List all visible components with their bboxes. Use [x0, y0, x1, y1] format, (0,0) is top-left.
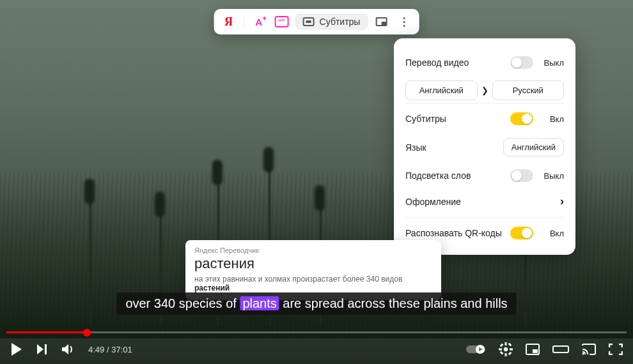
autoplay-toggle[interactable] [465, 344, 486, 355]
svg-rect-12 [500, 344, 504, 347]
volume-button[interactable] [61, 343, 75, 356]
row-language: Язык Английский [405, 132, 564, 163]
translate-text-icon[interactable]: A✦ [249, 13, 269, 31]
pip-button[interactable] [371, 13, 391, 31]
svg-rect-11 [510, 349, 513, 351]
row-subtitles: Субтитры Вкл [405, 103, 564, 132]
language-pair: Английский ❯ Русский [405, 80, 564, 100]
pip-icon [375, 17, 387, 26]
settings-panel: Перевод видео Выкл Английский ❯ Русский … [394, 38, 575, 255]
state-video-translation: Выкл [540, 58, 564, 68]
browser-toolbar: Я A✦ “” Субтитры [214, 9, 419, 34]
decor-head [212, 160, 223, 185]
time-display: 4:49 / 37:01 [88, 345, 132, 354]
popup-brand: Яндекс Переводчик [194, 246, 432, 254]
decor-head [263, 147, 274, 172]
svg-marker-3 [62, 344, 68, 354]
label-language: Язык [405, 142, 426, 153]
cc-icon [303, 17, 315, 26]
popup-word: растения [194, 255, 432, 272]
svg-rect-10 [499, 349, 502, 351]
row-word-highlight: Подсветка слов Выкл [405, 163, 564, 188]
player-controls: 4:49 / 37:01 [0, 335, 633, 364]
label-appearance: Оформление [405, 197, 461, 207]
translation-popup: Яндекс Переводчик растения на этих равни… [185, 240, 441, 300]
video-subtitle: over 340 species of plants are spread ac… [116, 292, 516, 315]
yandex-logo-icon[interactable]: Я [219, 13, 238, 31]
svg-point-19 [582, 353, 584, 355]
next-button[interactable] [36, 343, 49, 356]
progress-bar[interactable] [6, 331, 627, 333]
settings-button[interactable] [499, 342, 513, 356]
lang-from-button[interactable]: Английский [405, 80, 478, 100]
subtitles-button[interactable]: Субтитры [295, 13, 368, 30]
label-video-translation: Перевод видео [405, 57, 469, 68]
state-word-highlight: Выкл [540, 171, 564, 181]
chevron-right-icon: › [560, 195, 564, 208]
decor-stalk [90, 192, 91, 326]
svg-rect-17 [533, 349, 538, 353]
popup-sentence-pre: на этих равнинах и холмах произрастает б… [194, 275, 402, 284]
svg-point-7 [504, 347, 508, 351]
subtitle-pre: over 340 species of [125, 296, 240, 310]
svg-rect-8 [505, 342, 507, 345]
language-select[interactable]: Английский [503, 138, 564, 156]
state-qr: Вкл [540, 229, 564, 238]
theater-button[interactable] [552, 344, 569, 355]
toggle-qr[interactable] [510, 227, 533, 239]
chevron-right-icon: ❯ [481, 86, 488, 95]
divider [244, 15, 244, 29]
popup-sentence-bold: растений [194, 284, 230, 292]
svg-rect-13 [508, 352, 512, 356]
svg-rect-2 [45, 344, 47, 354]
translate-quote-icon[interactable]: “” [272, 13, 292, 31]
cast-button[interactable] [582, 344, 596, 355]
progress-played [6, 331, 87, 333]
time-current: 4:49 [88, 345, 104, 354]
row-video-translation: Перевод видео Выкл [405, 50, 564, 75]
decor-head [84, 179, 95, 204]
more-vertical-icon [398, 17, 410, 27]
toggle-subtitles[interactable] [510, 112, 533, 125]
state-subtitles: Вкл [540, 114, 564, 124]
decor-head [155, 192, 165, 217]
label-qr: Распознавать QR-коды [405, 228, 502, 238]
time-duration: 37:01 [111, 345, 132, 354]
play-button[interactable] [10, 342, 23, 356]
subtitle-highlight[interactable]: plants [240, 296, 279, 310]
lang-to-button[interactable]: Русский [492, 80, 565, 100]
row-appearance[interactable]: Оформление › [405, 188, 564, 215]
subtitles-button-label: Субтитры [320, 17, 361, 27]
svg-rect-9 [505, 353, 507, 356]
decor-head [315, 185, 325, 211]
toggle-word-highlight[interactable] [510, 169, 533, 182]
subtitle-post: are spread across these plains and hills [279, 296, 508, 310]
label-word-highlight: Подсветка слов [405, 171, 471, 181]
svg-rect-15 [500, 351, 504, 355]
svg-marker-0 [12, 343, 22, 356]
popup-sentence: на этих равнинах и холмах произрастает б… [194, 275, 432, 292]
svg-rect-14 [508, 343, 512, 347]
fullscreen-button[interactable] [609, 344, 623, 355]
toggle-video-translation[interactable] [510, 56, 533, 69]
svg-marker-1 [37, 344, 43, 354]
miniplayer-button[interactable] [526, 344, 540, 355]
label-subtitles: Субтитры [405, 114, 446, 124]
svg-rect-18 [553, 346, 568, 353]
more-button[interactable] [395, 13, 414, 31]
